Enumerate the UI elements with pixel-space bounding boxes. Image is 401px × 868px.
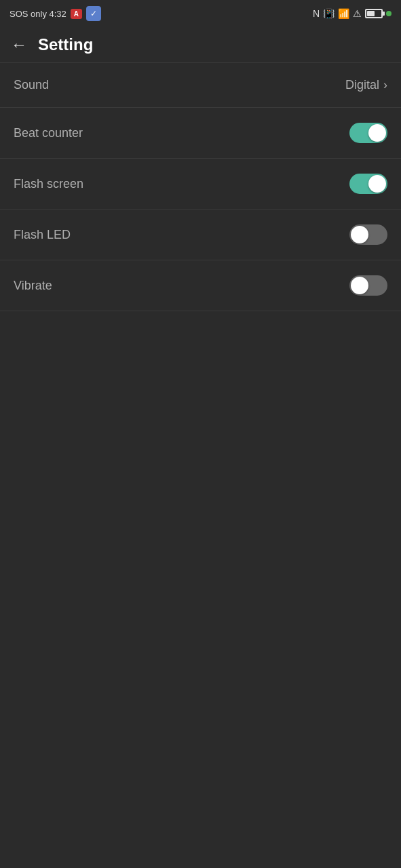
settings-list: Sound Digital › Beat counter Flash scree…: [0, 63, 401, 311]
settings-label-flash-led: Flash LED: [14, 228, 71, 242]
toggle-flash-screen[interactable]: [349, 174, 387, 194]
battery-container: [365, 9, 383, 18]
toggle-thumb-beat-counter: [368, 124, 386, 142]
status-text: SOS only 4:32: [9, 9, 66, 19]
settings-label-sound: Sound: [14, 78, 49, 92]
settings-item-flash-led[interactable]: Flash LED: [0, 210, 401, 260]
toggle-thumb-vibrate: [351, 277, 368, 294]
voicemail-icon: ✓: [86, 6, 101, 21]
settings-value-sound: Digital: [345, 78, 379, 92]
alert-icon: ⚠: [353, 8, 362, 19]
status-bar-right: N 📳 📶 ⚠: [313, 8, 392, 19]
settings-right-sound: Digital ›: [345, 78, 387, 92]
vibrate-status-icon: 📳: [323, 8, 335, 19]
toggle-vibrate[interactable]: [349, 275, 387, 296]
green-dot-indicator: [386, 11, 392, 16]
settings-item-flash-screen[interactable]: Flash screen: [0, 159, 401, 210]
chevron-right-icon-sound: ›: [383, 78, 387, 92]
battery-icon: [365, 9, 383, 18]
settings-item-vibrate[interactable]: Vibrate: [0, 260, 401, 311]
toggle-beat-counter[interactable]: [349, 123, 387, 143]
toggle-flash-led[interactable]: [349, 224, 387, 245]
toggle-thumb-flash-screen: [368, 175, 386, 193]
back-button[interactable]: ←: [11, 35, 27, 54]
status-bar-left: SOS only 4:32 A ✓: [9, 6, 101, 21]
toggle-thumb-flash-led: [351, 226, 368, 243]
settings-label-vibrate: Vibrate: [14, 279, 52, 293]
status-bar: SOS only 4:32 A ✓ N 📳 📶 ⚠: [0, 0, 401, 27]
nfc-icon: N: [313, 8, 320, 19]
settings-item-beat-counter[interactable]: Beat counter: [0, 108, 401, 159]
settings-label-flash-screen: Flash screen: [14, 177, 83, 191]
wifi-icon: 📶: [338, 8, 349, 19]
settings-label-beat-counter: Beat counter: [14, 126, 83, 140]
page-title: Setting: [38, 35, 93, 54]
sos-badge: A: [71, 9, 82, 19]
app-bar: ← Setting: [0, 27, 401, 63]
settings-item-sound[interactable]: Sound Digital ›: [0, 63, 401, 108]
battery-fill: [367, 11, 375, 16]
